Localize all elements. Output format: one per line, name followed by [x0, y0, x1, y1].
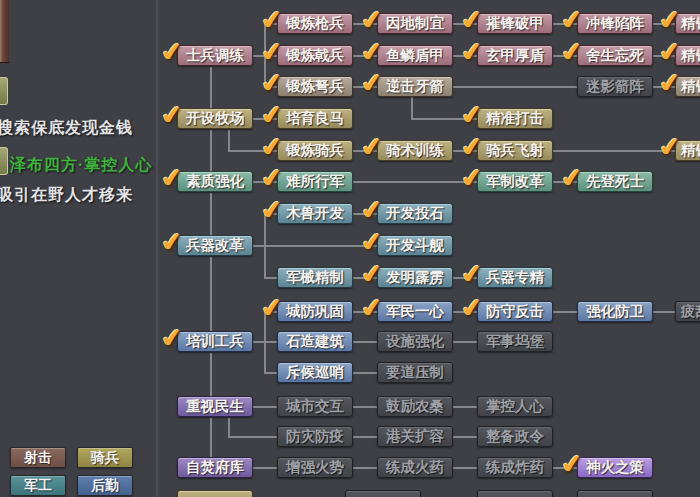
tech-node[interactable]: 骑术训练✔	[377, 140, 453, 161]
check-icon: ✔	[360, 133, 384, 161]
tech-node[interactable]: 港关扩容	[377, 426, 453, 447]
connector-line	[210, 353, 212, 396]
tech-node[interactable]: 士兵调练✔	[177, 45, 253, 66]
check-icon: ✔	[160, 101, 184, 129]
tech-node[interactable]: 要道压制	[377, 362, 453, 383]
tech-node[interactable]: 鼓励农桑	[377, 396, 453, 417]
check-icon: ✔	[560, 164, 584, 192]
tech-node-label: 强化防卫	[586, 303, 644, 319]
tech-node[interactable]: 逆击牙箭✔	[377, 76, 453, 97]
tech-node[interactable]: 军械精制	[277, 267, 353, 288]
clipped-skill-chip-icon	[0, 147, 8, 175]
tech-node[interactable]: 锻炼枪兵✔	[277, 13, 353, 34]
connector-line	[210, 67, 212, 108]
tech-node[interactable]: 军民一心✔	[377, 301, 453, 322]
tech-node[interactable]	[477, 490, 553, 497]
tech-node[interactable]: 开发斗舰✔	[377, 235, 453, 256]
tech-node[interactable]: 精锐✔	[675, 45, 700, 66]
check-icon: ✔	[560, 38, 584, 66]
tech-node[interactable]: 迷影箭阵	[577, 76, 653, 97]
check-icon: ✔	[260, 164, 284, 192]
tech-node[interactable]: 难所行军✔	[277, 171, 353, 192]
tech-node[interactable]	[177, 490, 253, 497]
tech-node[interactable]: 斥候巡哨	[277, 362, 353, 383]
tech-node[interactable]: 城市交互	[277, 396, 353, 417]
tech-node[interactable]: 石造建筑	[277, 331, 353, 352]
check-icon: ✔	[460, 38, 484, 66]
category-button-military-industry[interactable]: 军工	[10, 475, 66, 496]
tech-node[interactable]: 开设牧场✔	[177, 108, 253, 129]
check-icon: ✔	[658, 6, 682, 34]
connector-line	[264, 341, 277, 343]
tech-node[interactable]: 玄甲厚盾✔	[477, 45, 553, 66]
tech-node[interactable]: 开发投石✔	[377, 203, 453, 224]
category-button-shooting[interactable]: 射击	[10, 447, 66, 468]
check-icon: ✔	[260, 38, 284, 66]
check-icon: ✔	[658, 69, 682, 97]
tech-node[interactable]: 冲锋陷阵✔	[577, 13, 653, 34]
tech-node[interactable]: 摧锋破甲✔	[477, 13, 553, 34]
tech-node-label: 开设牧场	[186, 110, 244, 126]
tech-node[interactable]: 强化防卫	[577, 301, 653, 322]
check-icon: ✔	[658, 38, 682, 66]
connector-line	[353, 467, 377, 469]
check-icon: ✔	[260, 133, 284, 161]
tech-node[interactable]: 军制改革✔	[477, 171, 553, 192]
tech-node[interactable]: 设施强化	[377, 331, 453, 352]
tech-node[interactable]: 防守反击✔	[477, 301, 553, 322]
panel-divider	[156, 0, 158, 497]
connector-line	[453, 86, 577, 88]
tech-node[interactable]: 防灾防疫	[277, 426, 353, 447]
check-icon: ✔	[160, 324, 184, 352]
check-icon: ✔	[360, 228, 384, 256]
tech-node[interactable]: 兵器专精✔	[477, 267, 553, 288]
tech-node[interactable]: 精锐✔	[675, 13, 700, 34]
tech-node[interactable]: 素质强化✔	[177, 171, 253, 192]
tech-node[interactable]: 骑兵飞射✔	[477, 140, 553, 161]
tech-node[interactable]: 木兽开发✔	[277, 203, 353, 224]
hint-attract-talent: 吸引在野人才移来	[0, 186, 133, 204]
tech-node[interactable]: 精锐✔	[675, 76, 700, 97]
tech-node[interactable]: 先登死士✔	[577, 171, 653, 192]
check-icon: ✔	[460, 6, 484, 34]
tech-node[interactable]	[345, 490, 421, 497]
tech-node[interactable]: 精准打击✔	[477, 108, 553, 129]
tech-node[interactable]: 重视民生	[177, 396, 253, 417]
tech-node[interactable]: 兵器改革✔	[177, 235, 253, 256]
tech-node[interactable]: 培训工兵✔	[177, 331, 253, 352]
tech-node[interactable]: 自焚府库	[177, 457, 253, 478]
tech-node[interactable]: 军事坞堡	[477, 331, 553, 352]
tech-node-label: 鼓励农桑	[386, 398, 444, 414]
tech-node-label: 因地制宜	[386, 15, 444, 31]
tech-node[interactable]: 锻炼戟兵✔	[277, 45, 353, 66]
tech-node[interactable]: 发明霹雳✔	[377, 267, 453, 288]
tech-node[interactable]: 精锐✔	[675, 140, 700, 161]
connector-line	[353, 436, 377, 438]
check-icon: ✔	[160, 38, 184, 66]
tech-node[interactable]: 掌控人心	[477, 396, 553, 417]
tech-node[interactable]: 舍生忘死✔	[577, 45, 653, 66]
tech-node[interactable]: 疲敌	[675, 301, 700, 322]
tech-node-label: 培训工兵	[186, 333, 244, 349]
tech-node[interactable]: 培育良马✔	[277, 108, 353, 129]
tech-node[interactable]: 锻炼骑兵✔	[277, 140, 353, 161]
tech-node[interactable]: 练成火药	[377, 457, 453, 478]
tech-node-label: 精锐	[681, 142, 700, 158]
tech-node-label: 木兽开发	[286, 205, 344, 221]
tech-node-label: 士兵调练	[186, 47, 244, 63]
check-icon: ✔	[260, 196, 284, 224]
tech-node[interactable]: 城防巩固✔	[277, 301, 353, 322]
tech-node[interactable]: 鱼鳞盾甲✔	[377, 45, 453, 66]
tech-node[interactable]: 锻炼弩兵✔	[277, 76, 353, 97]
tech-node[interactable]	[577, 490, 653, 497]
tech-node[interactable]: 增强火势	[277, 457, 353, 478]
category-button-cavalry[interactable]: 骑兵	[77, 447, 133, 468]
tech-node[interactable]: 神火之策✔	[577, 457, 653, 478]
connector-line	[353, 372, 377, 374]
tech-node[interactable]: 练成炸药	[477, 457, 553, 478]
check-icon: ✔	[260, 101, 284, 129]
tech-node[interactable]: 因地制宜✔	[377, 13, 453, 34]
category-button-logistics[interactable]: 后勤	[77, 475, 133, 496]
tech-node-label: 精锐	[681, 78, 700, 94]
tech-node[interactable]: 整备政令	[477, 426, 553, 447]
